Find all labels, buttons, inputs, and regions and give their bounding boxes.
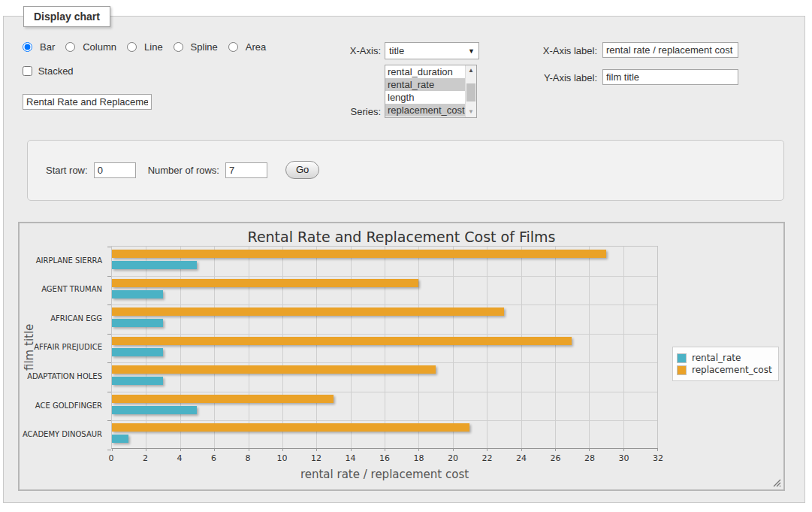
scrollbar-down-icon[interactable]: ▼ xyxy=(466,107,476,117)
x-axis-tick-mark xyxy=(112,448,113,451)
y-axis-label-label: Y-Axis label: xyxy=(533,72,597,83)
radio-line-label[interactable]: Line xyxy=(144,41,163,53)
bar-rental_rate xyxy=(112,348,163,356)
legend-item: rental_rate xyxy=(677,353,772,363)
bar-replacement_cost xyxy=(112,365,436,374)
x-axis-selected-value: title xyxy=(389,45,404,56)
y-axis-tick-mark xyxy=(107,247,111,247)
scrollbar-up-icon[interactable]: ▲ xyxy=(466,65,476,76)
bar-rental_rate xyxy=(112,377,163,385)
stacked-row: Stacked xyxy=(23,65,74,77)
radio-area[interactable] xyxy=(228,42,238,52)
x-axis-select[interactable]: title ▼ xyxy=(385,42,479,59)
radio-column[interactable] xyxy=(65,42,75,52)
x-axis-tick-mark xyxy=(214,448,215,451)
y-axis-tick-mark xyxy=(107,392,111,392)
x-tick-label: 24 xyxy=(511,453,532,463)
bar-rental_rate xyxy=(112,435,128,443)
bar-rental_rate xyxy=(112,406,197,414)
x-tick-label: 4 xyxy=(169,453,190,463)
x-axis-label-input[interactable] xyxy=(602,42,738,58)
radio-column-label[interactable]: Column xyxy=(83,41,116,53)
gridline-vertical xyxy=(453,247,454,448)
bar-rental_rate xyxy=(112,261,197,269)
x-axis-tick-mark xyxy=(418,448,419,451)
series-scrollbar[interactable]: ▲ ▼ xyxy=(465,65,476,117)
num-rows-input[interactable] xyxy=(225,162,267,178)
x-axis-tick-mark xyxy=(487,448,488,451)
bar-replacement_cost xyxy=(112,308,504,316)
x-axis-tick-mark xyxy=(453,448,454,451)
x-axis-tick-mark xyxy=(249,448,249,451)
series-option-rental-duration[interactable]: rental_duration xyxy=(385,65,476,78)
resize-handle-icon[interactable] xyxy=(772,478,781,487)
gridline-horizontal xyxy=(112,304,657,305)
bar-replacement_cost xyxy=(112,279,418,287)
x-tick-label: 22 xyxy=(477,453,498,463)
start-row-label: Start row: xyxy=(46,165,88,176)
x-axis-tick-mark xyxy=(282,448,283,451)
dropdown-arrow-icon: ▼ xyxy=(468,47,475,55)
legend-swatch-replacement_cost xyxy=(677,365,687,375)
x-axis-tick-mark xyxy=(657,448,658,451)
radio-line[interactable] xyxy=(127,42,137,52)
chart-title: Rental Rate and Replacement Cost of Film… xyxy=(20,229,783,245)
x-axis-tick-mark xyxy=(555,448,556,451)
display-chart-fieldset: Display chart Bar Column Line Spline Are… xyxy=(3,16,805,503)
gridline-horizontal xyxy=(112,276,657,277)
chart-x-axis-title: rental rate / replacement cost xyxy=(111,468,658,481)
radio-spline[interactable] xyxy=(174,42,183,52)
radio-spline-label[interactable]: Spline xyxy=(191,41,218,53)
x-tick-label: 16 xyxy=(374,453,395,463)
chart-legend: rental_ratereplacement_cost xyxy=(672,347,779,381)
y-category-label: AGENT TRUMAN xyxy=(20,275,102,304)
x-tick-label: 6 xyxy=(204,453,225,463)
gridline-horizontal xyxy=(112,420,657,421)
series-option-length[interactable]: length xyxy=(385,91,476,104)
y-axis-tick-mark xyxy=(107,420,111,421)
y-category-label: ACE GOLDFINGER xyxy=(20,391,102,420)
start-row-input[interactable] xyxy=(94,162,136,178)
y-category-label: AFRICAN EGG xyxy=(20,304,102,333)
gridline-horizontal xyxy=(112,334,657,335)
x-tick-labels: 02468101214161820222426283032 xyxy=(111,453,658,464)
x-axis-tick-mark xyxy=(146,448,146,451)
series-option-replacement-cost[interactable]: replacement_cost xyxy=(385,104,476,117)
x-axis-tick-mark xyxy=(180,448,181,451)
y-axis-label-input[interactable] xyxy=(602,69,738,85)
gridline-vertical xyxy=(249,247,249,448)
gridline-vertical xyxy=(180,247,181,448)
y-axis-tick-mark xyxy=(107,334,111,335)
x-tick-label: 32 xyxy=(647,453,669,463)
radio-bar[interactable] xyxy=(23,42,32,52)
x-tick-label: 20 xyxy=(442,453,463,463)
x-tick-label: 28 xyxy=(579,453,600,463)
radio-bar-label[interactable]: Bar xyxy=(40,41,55,53)
x-tick-label: 30 xyxy=(614,453,635,463)
legend-label: rental_rate xyxy=(692,353,741,363)
scrollbar-thumb[interactable] xyxy=(466,83,475,101)
go-button[interactable]: Go xyxy=(285,161,319,179)
row-range-controls: Start row: Number of rows: Go xyxy=(46,161,319,179)
num-rows-label: Number of rows: xyxy=(148,165,219,176)
y-axis-tick-mark xyxy=(107,362,111,363)
gridline-horizontal xyxy=(112,392,657,392)
chart-title-input[interactable] xyxy=(23,94,152,110)
series-multiselect[interactable]: rental_duration rental_rate length repla… xyxy=(385,65,477,118)
x-axis-select-label: X-Axis: xyxy=(327,45,381,56)
x-tick-label: 2 xyxy=(135,453,156,463)
gridline-vertical xyxy=(521,247,522,448)
x-tick-label: 14 xyxy=(340,453,361,463)
app-window: Display chart Bar Column Line Spline Are… xyxy=(0,0,812,512)
chart-type-radio-group: Bar Column Line Spline Area xyxy=(23,41,272,53)
series-option-rental-rate[interactable]: rental_rate xyxy=(385,78,476,91)
bar-rental_rate xyxy=(112,319,163,327)
radio-area-label[interactable]: Area xyxy=(246,41,266,53)
bar-replacement_cost xyxy=(112,423,469,432)
x-tick-label: 10 xyxy=(272,453,293,463)
stacked-checkbox[interactable] xyxy=(23,66,32,76)
x-axis-tick-mark xyxy=(316,448,317,451)
x-axis-tick-mark xyxy=(623,448,624,451)
gridline-vertical xyxy=(487,247,488,448)
stacked-label[interactable]: Stacked xyxy=(38,65,74,77)
